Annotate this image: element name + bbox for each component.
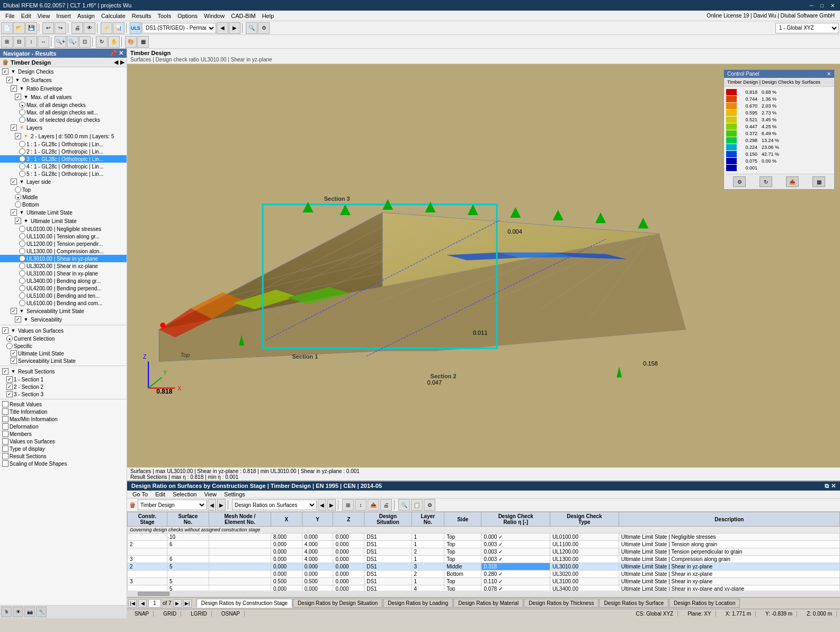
tree-bottom[interactable]: Bottom (0, 201, 127, 208)
layer4-radio[interactable] (19, 163, 25, 170)
tab-by-location[interactable]: Design Ratios by Location (669, 599, 740, 608)
tree-members[interactable]: Members (0, 430, 127, 438)
tree-layer-5[interactable]: 5 : 1 - GL28c | Orthotropic | Lin... (0, 170, 127, 177)
layer3-radio[interactable] (19, 156, 25, 162)
menu-window[interactable]: Window (201, 13, 228, 19)
specific-radio[interactable] (6, 343, 13, 349)
ratio-envelope-checkbox[interactable] (11, 85, 17, 92)
tree-sls-values[interactable]: Serviceability Limit State (0, 357, 127, 364)
tree-on-surfaces[interactable]: ▼ On Surfaces (0, 76, 127, 84)
table-export-btn[interactable]: 📤 (368, 499, 379, 511)
page-next-btn[interactable]: ▶ (173, 599, 182, 608)
nav-icon-2[interactable]: 👁 (13, 607, 23, 617)
menu-cad-bim[interactable]: CAD-BIM (228, 13, 258, 19)
tree-sls[interactable]: ▼ Serviceability Limit State (0, 307, 127, 315)
table-filter-btn[interactable]: ⊞ (342, 499, 354, 511)
table-dropdown-1[interactable]: Timber Design (138, 500, 207, 510)
table-dd-prev[interactable]: ◀ (318, 499, 326, 511)
table-row[interactable]: 2 6 0.000 4.000 0.000 DS1 1 Top 0.003 ✓ (128, 541, 840, 548)
tree-ul1300[interactable]: UL1300.00 | Compression alon... (0, 247, 127, 255)
ul3100-radio[interactable] (19, 270, 25, 277)
tree-layer-1[interactable]: 1 : 1 - GL28c | Orthotropic | Lin... (0, 140, 127, 148)
tree-top[interactable]: Top (0, 186, 127, 193)
status-grid[interactable]: GRID (159, 611, 181, 617)
menu-help[interactable]: Help (259, 13, 278, 19)
sls-inner-checkbox[interactable] (15, 316, 21, 323)
tree-layer-3[interactable]: 3 : 1 - GL28c | Orthotropic | Lin... (0, 155, 127, 163)
page-prev-btn[interactable]: ◀ (138, 599, 147, 608)
table-menu-goto[interactable]: Go To (129, 491, 151, 497)
table-row[interactable]: 3 6 0.000 4.000 0.000 DS1 1 Top 0.003 ✓ (128, 556, 840, 563)
table-float-btn[interactable]: ⧉ (825, 483, 829, 489)
tree-result-sections[interactable]: ▼ Result Sections (0, 367, 127, 376)
tree-section-1[interactable]: 1 - Section 1 (0, 376, 127, 383)
table-row[interactable]: 5 0.000 0.000 0.000 DS1 4 Top 0.078 ✓ UL… (128, 585, 840, 591)
table-row[interactable]: 3 5 0.500 0.500 0.000 DS1 1 Top 0.110 ✓ (128, 578, 840, 585)
tree-layer-4[interactable]: 4 : 1 - GL28c | Orthotropic | Lin... (0, 163, 127, 170)
tab-by-thickness[interactable]: Design Ratios by Thickness (524, 599, 598, 608)
tree-ul3100[interactable]: UL3100.00 | Shear in xy-plane (0, 270, 127, 277)
tree-title-info[interactable]: Title Information (0, 408, 127, 415)
render-btn[interactable]: 🎨 (125, 36, 137, 48)
tree-section-3[interactable]: 3 - Section 3 (0, 390, 127, 398)
members-checkbox[interactable] (2, 431, 8, 437)
menu-options[interactable]: Options (174, 13, 201, 19)
view-btn3[interactable]: ↕ (25, 36, 37, 48)
tree-max-design-with[interactable]: Max. of all design checks wit... (0, 109, 127, 116)
tree-current-sel[interactable]: Current Selection (0, 335, 127, 342)
table-row[interactable]: 10 8.000 0.000 0.000 DS1 1 Top 0.000 ✓ U… (128, 533, 840, 541)
ul1100-radio[interactable] (19, 233, 25, 239)
ul6100-radio[interactable] (19, 300, 25, 306)
max-design-radio[interactable] (19, 102, 25, 108)
ul3020-radio[interactable] (19, 263, 25, 269)
tree-result-values[interactable]: Result Values (0, 400, 127, 408)
rotate-btn[interactable]: ↻ (96, 36, 108, 48)
table-next-btn[interactable]: ▶ (217, 499, 226, 511)
max-selected-radio[interactable] (19, 117, 25, 123)
menu-tools[interactable]: Tools (154, 13, 174, 19)
cp-icon-grid[interactable]: ▦ (812, 176, 825, 187)
tab-by-material[interactable]: Design Ratios by Material (453, 599, 523, 608)
tree-maxmin-info[interactable]: Max/Min Information (0, 415, 127, 423)
nav-icon-1[interactable]: 🖱 (1, 607, 12, 617)
ul3400-radio[interactable] (19, 278, 25, 284)
nav-icon-3[interactable]: 📷 (24, 607, 35, 617)
tree-max-all[interactable]: ▼ Max. of all values (0, 93, 127, 101)
pan-btn[interactable]: ✋ (108, 36, 120, 48)
redo-btn[interactable]: ↪ (55, 22, 66, 34)
tree-ul6100[interactable]: UL6100.00 | Bending and com... (0, 299, 127, 307)
cp-icon-refresh[interactable]: ↻ (759, 176, 772, 187)
table-sort-btn[interactable]: ↕ (355, 499, 367, 511)
uls-btn[interactable]: ULS (130, 22, 141, 34)
menu-edit[interactable]: Edit (18, 13, 34, 19)
title-info-checkbox[interactable] (2, 408, 8, 415)
tree-ul3020[interactable]: UL3020.00 | Shear in xz-plane (0, 262, 127, 270)
undo-btn[interactable]: ↩ (42, 22, 54, 34)
tree-layer-side[interactable]: ▼ Layer side (0, 177, 127, 186)
view-btn1[interactable]: ⊞ (1, 36, 13, 48)
values-on-surfaces-checkbox[interactable] (2, 438, 8, 444)
table-copy-btn[interactable]: 📋 (411, 499, 423, 511)
result-sections-b-checkbox[interactable] (2, 453, 8, 459)
tree-ul0100[interactable]: UL0100.00 | Negligible stresses (0, 225, 127, 233)
tree-uls-values[interactable]: Ultimate Limit State (0, 350, 127, 357)
maximize-btn[interactable]: □ (818, 2, 826, 9)
current-sel-radio[interactable] (6, 335, 13, 342)
menu-view[interactable]: View (34, 13, 53, 19)
page-last-btn[interactable]: ▶| (183, 599, 192, 608)
ul3010-radio[interactable] (19, 255, 25, 262)
page-input[interactable] (148, 599, 161, 608)
tree-section-2[interactable]: 2 - Section 2 (0, 383, 127, 390)
prev-lc[interactable]: ◀ (217, 22, 228, 34)
table-menu-edit[interactable]: Edit (152, 491, 168, 497)
nav-icon-4[interactable]: 🔧 (36, 607, 47, 617)
scrollbar-thumb[interactable] (138, 592, 169, 596)
max-all-checkbox[interactable] (15, 94, 21, 100)
menu-assign[interactable]: Assign (74, 13, 98, 19)
tree-middle[interactable]: Middle (0, 193, 127, 201)
tree-ul1200[interactable]: UL1200.00 | Tension perpendir... (0, 240, 127, 247)
tree-max-design-checks[interactable]: Max. of all design checks (0, 101, 127, 109)
ul1300-radio[interactable] (19, 248, 25, 254)
calc-btn[interactable]: ⚡ (101, 22, 112, 34)
table-prev-btn[interactable]: ◀ (208, 499, 216, 511)
